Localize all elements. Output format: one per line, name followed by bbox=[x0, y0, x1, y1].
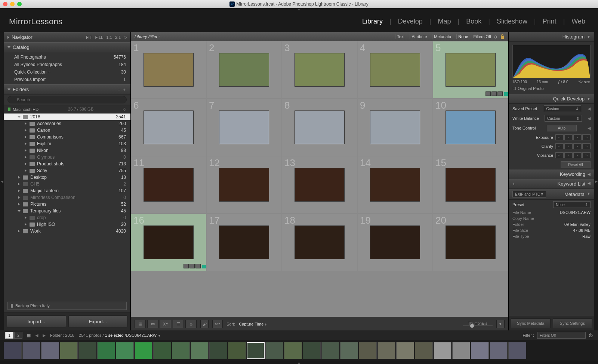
thumbnail-cell[interactable]: 20 bbox=[433, 214, 508, 271]
folder-tree-item[interactable]: Comparisons567 bbox=[4, 134, 130, 140]
folder-tree-item[interactable]: Temporary files45 bbox=[4, 208, 130, 214]
filter-attribute[interactable]: Attribute bbox=[410, 34, 428, 39]
filmstrip-thumb[interactable] bbox=[471, 342, 489, 359]
compare-view-button[interactable]: XY bbox=[160, 320, 171, 328]
filmstrip-thumb[interactable] bbox=[97, 342, 115, 359]
thumbnail-cell[interactable]: 2 bbox=[207, 41, 281, 98]
clarity-stepper[interactable]: ‹‹‹››› bbox=[555, 143, 591, 149]
catalog-panel-header[interactable]: Catalog bbox=[4, 42, 130, 52]
folder-tree-item[interactable]: crop0 bbox=[4, 214, 130, 221]
module-map[interactable]: Map bbox=[434, 18, 454, 25]
folder-tree-item[interactable]: Nikon98 bbox=[4, 147, 130, 154]
module-web[interactable]: Web bbox=[568, 18, 589, 25]
white-balance-dropdown[interactable]: Custom⇕ bbox=[545, 115, 582, 122]
thumbnail-cell[interactable]: 1 bbox=[131, 41, 206, 98]
import-button[interactable]: Import... bbox=[7, 315, 66, 327]
histogram-panel-header[interactable]: Histogram▼ bbox=[509, 32, 594, 42]
filmstrip-thumb[interactable] bbox=[78, 342, 96, 359]
sync-metadata-button[interactable]: Sync Metadata bbox=[511, 318, 551, 328]
filmstrip-thumb[interactable] bbox=[265, 342, 283, 359]
folder-tree-item[interactable]: Olympus0 bbox=[4, 154, 130, 161]
folder-tree-item[interactable]: High ISO20 bbox=[4, 221, 130, 228]
catalog-item[interactable]: Quick Collection +30 bbox=[4, 68, 130, 76]
keywording-header[interactable]: Keywording◀ bbox=[509, 169, 594, 179]
filmstrip-thumb[interactable] bbox=[359, 342, 377, 359]
go-back-button[interactable]: ◀ bbox=[35, 333, 38, 338]
metadata-preset-dropdown[interactable]: None⇕ bbox=[553, 201, 591, 208]
top-panel-toggle[interactable]: ▼ bbox=[0, 8, 598, 11]
folder-tree-item[interactable]: Fujifilm103 bbox=[4, 140, 130, 147]
filmstrip-thumb[interactable] bbox=[153, 342, 171, 359]
filter-metadata[interactable]: Metadata bbox=[432, 34, 453, 39]
qd-wb-expand[interactable]: ◀ bbox=[588, 116, 591, 121]
module-slideshow[interactable]: Slideshow bbox=[493, 18, 531, 25]
folder-tree-item[interactable]: Mirrorless Comparison0 bbox=[4, 194, 130, 201]
filmstrip-thumb[interactable] bbox=[377, 342, 395, 359]
filter-none[interactable]: None bbox=[456, 34, 469, 39]
filmstrip-thumb[interactable] bbox=[41, 342, 59, 359]
filmstrip-thumb[interactable] bbox=[508, 342, 526, 359]
thumbnail-cell[interactable]: 7 bbox=[207, 99, 281, 156]
filmstrip-filter-dropdown[interactable]: Filters Off bbox=[537, 332, 586, 339]
keyword-list-header[interactable]: + Keyword List◀ bbox=[509, 179, 594, 189]
metadata-set-dropdown[interactable]: EXIF and IPTC⇕ bbox=[512, 191, 546, 197]
filmstrip-thumb[interactable] bbox=[4, 342, 22, 359]
thumbnail-cell[interactable]: 10 bbox=[433, 99, 508, 156]
folder-tree-item[interactable]: Work4020 bbox=[4, 228, 130, 234]
right-panel-toggle[interactable]: ▶ bbox=[594, 32, 598, 330]
thumbnail-cell[interactable]: 4 bbox=[358, 41, 432, 98]
folder-tree-item[interactable]: Magic Lantern107 bbox=[4, 187, 130, 194]
filmstrip[interactable] bbox=[0, 340, 598, 361]
volume-menu[interactable]: ◇ bbox=[123, 107, 126, 112]
qd-saved-preset-expand[interactable]: ◀ bbox=[588, 106, 591, 111]
quick-develop-header[interactable]: Quick Develop▼ bbox=[509, 94, 594, 104]
filmstrip-thumb[interactable] bbox=[321, 342, 339, 359]
auto-tone-button[interactable]: Auto bbox=[547, 125, 577, 131]
sync-settings-button[interactable]: Sync Settings bbox=[553, 318, 592, 328]
filter-text[interactable]: Text bbox=[395, 34, 406, 39]
filter-preset-menu[interactable]: Filters Off bbox=[474, 34, 491, 39]
exposure-stepper[interactable]: ‹‹‹››› bbox=[555, 134, 591, 140]
thumbnail-cell[interactable]: 13 bbox=[282, 156, 357, 213]
remove-folder-button[interactable]: – bbox=[118, 87, 120, 92]
filmstrip-thumb[interactable] bbox=[60, 342, 78, 359]
reset-all-button[interactable]: Reset All bbox=[561, 161, 591, 168]
people-view-button[interactable]: ☺ bbox=[185, 320, 197, 328]
thumbnail-cell[interactable]: 19 bbox=[358, 214, 432, 271]
catalog-item[interactable]: Previous Import1 bbox=[4, 76, 130, 83]
identity-plate[interactable]: MirrorLessons bbox=[9, 17, 62, 27]
loupe-view-button[interactable]: ▭ bbox=[147, 320, 158, 328]
module-library[interactable]: Library bbox=[358, 18, 386, 25]
go-forward-button[interactable]: ▶ bbox=[43, 333, 46, 338]
filmstrip-thumb[interactable] bbox=[452, 342, 470, 359]
filmstrip-thumb[interactable] bbox=[434, 342, 451, 359]
thumbnail-cell[interactable]: 12 bbox=[207, 156, 281, 213]
catalog-item[interactable]: All Synced Photographs184 bbox=[4, 61, 130, 68]
filmstrip-thumb[interactable] bbox=[209, 342, 227, 359]
publish-service-folder[interactable]: Backup Photo Italy bbox=[7, 302, 127, 310]
folder-tree-item[interactable]: Sony755 bbox=[4, 167, 130, 174]
nav-1to1[interactable]: 1:1 bbox=[106, 35, 112, 40]
filmstrip-thumb[interactable] bbox=[340, 342, 358, 359]
volume-header[interactable]: Macintosh HD 26.7 / 500 GB ◇ bbox=[4, 105, 130, 113]
original-photo-checkbox[interactable]: ☐ bbox=[512, 86, 516, 91]
filter-lock-icon[interactable] bbox=[500, 34, 505, 39]
metadata-header[interactable]: EXIF and IPTC⇕ Metadata▼ bbox=[509, 189, 594, 200]
qd-tone-expand[interactable]: ◀ bbox=[588, 126, 591, 131]
filmstrip-thumb[interactable] bbox=[191, 342, 209, 359]
module-develop[interactable]: Develop bbox=[394, 18, 426, 25]
bottom-panel-toggle[interactable]: ▲ bbox=[0, 361, 598, 364]
nav-fit[interactable]: FIT bbox=[86, 35, 92, 40]
sort-direction-button[interactable]: a↕z bbox=[212, 320, 223, 328]
thumbnail-cell[interactable]: 6 bbox=[131, 99, 206, 156]
filmstrip-thumb[interactable] bbox=[303, 342, 321, 359]
saved-preset-dropdown[interactable]: Custom⇕ bbox=[544, 105, 581, 112]
filmstrip-thumb[interactable] bbox=[490, 342, 508, 359]
nav-2to1[interactable]: 2:1 bbox=[115, 35, 121, 40]
folder-tree-item[interactable]: GH52 bbox=[4, 181, 130, 187]
toolbar-menu-button[interactable]: ▾ bbox=[496, 320, 505, 328]
navigator-panel-header[interactable]: Navigator FIT FILL 1:1 2:1 ◇ bbox=[4, 32, 130, 42]
filmstrip-thumb[interactable] bbox=[228, 342, 246, 359]
thumbnail-cell[interactable]: 11 bbox=[131, 156, 206, 213]
folder-tree-item[interactable]: 20182541 bbox=[4, 113, 130, 120]
